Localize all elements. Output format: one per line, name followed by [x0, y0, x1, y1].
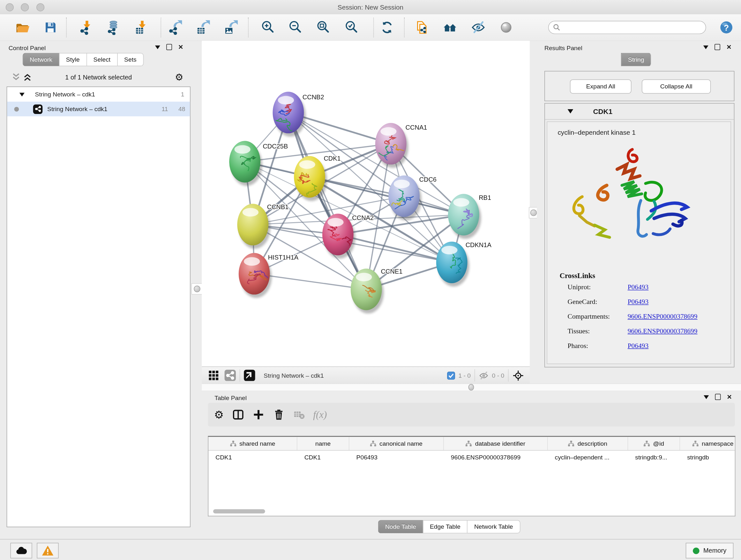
- help-icon[interactable]: ?: [718, 19, 734, 36]
- column-header-shared-name[interactable]: shared name: [208, 437, 297, 450]
- main-toolbar: ?: [0, 14, 741, 41]
- tab-string[interactable]: String: [621, 53, 651, 66]
- export-table-icon[interactable]: [195, 19, 211, 36]
- hidden-eye-slash-icon[interactable]: [479, 370, 488, 380]
- network-node-CDKN1A[interactable]: CDKN1A: [436, 242, 492, 287]
- network-node-CCNA1[interactable]: CCNA1: [374, 123, 427, 168]
- control-panel-close-icon[interactable]: ✕: [178, 44, 183, 50]
- column-header--id[interactable]: @id: [628, 437, 680, 450]
- table-panel-maximize-icon[interactable]: [715, 394, 721, 400]
- save-session-icon[interactable]: [43, 19, 58, 36]
- cloud-status-button[interactable]: [10, 543, 32, 558]
- warning-status-button[interactable]: [37, 543, 59, 558]
- crosslink-link[interactable]: P06493: [628, 283, 649, 291]
- tab-network-table[interactable]: Network Table: [467, 520, 520, 533]
- update-network-icon[interactable]: [379, 19, 395, 36]
- network-node-CCNE1[interactable]: CCNE1: [351, 268, 403, 313]
- show-all-icon[interactable]: [498, 19, 514, 36]
- zoom-out-icon[interactable]: [287, 19, 303, 36]
- network-view-toolbar: String Network – cdk1 1 - 0 0 - 0: [202, 367, 530, 384]
- results-panel-close-icon[interactable]: ✕: [726, 44, 731, 50]
- zoom-selected-icon[interactable]: [344, 19, 360, 36]
- zoom-in-icon[interactable]: [260, 19, 276, 36]
- search-field[interactable]: [548, 21, 706, 34]
- control-panel-maximize-icon[interactable]: [166, 44, 172, 50]
- show-column-icon[interactable]: [232, 408, 245, 421]
- table-header-row: shared namenamecanonical namedatabase id…: [208, 437, 735, 450]
- tab-network[interactable]: Network: [23, 53, 59, 66]
- network-edge[interactable]: [310, 177, 464, 214]
- table-panel-float-icon[interactable]: [704, 395, 709, 399]
- gene-details: cyclin–dependent kinase 1: [547, 122, 731, 364]
- tab-edge-table[interactable]: Edge Table: [423, 520, 467, 533]
- fit-selection-crosshair-icon[interactable]: [512, 369, 524, 381]
- crosslink-link[interactable]: 9606.ENSP00000378699: [628, 313, 697, 320]
- crosslink-link[interactable]: P06493: [628, 298, 649, 306]
- node-label: CCNB2: [302, 94, 324, 101]
- open-in-browser-icon[interactable]: [414, 19, 430, 36]
- network-edge-count: 48: [179, 105, 185, 112]
- table-panel-splitter-handle[interactable]: [467, 384, 475, 390]
- control-panel-splitter-handle[interactable]: [192, 283, 203, 295]
- network-row-selected[interactable]: String Network – cdk1 11 48: [7, 102, 190, 116]
- hide-selected-icon[interactable]: [470, 19, 486, 36]
- network-canvas[interactable]: CCNB2 CCNA1 CDC25B CDK1 CDC6 RB1 CCNB1: [202, 41, 530, 366]
- tab-style[interactable]: Style: [59, 53, 86, 66]
- window-title: Session: New Session: [0, 0, 741, 14]
- search-input[interactable]: [560, 23, 695, 31]
- gene-collapse-icon[interactable]: [568, 109, 574, 113]
- open-session-icon[interactable]: [14, 19, 30, 36]
- node-table[interactable]: shared namenamecanonical namedatabase id…: [208, 436, 736, 516]
- column-header-name[interactable]: name: [297, 437, 349, 450]
- collection-expand-icon[interactable]: [19, 92, 24, 97]
- network-options-gear-icon[interactable]: ⚙: [175, 71, 184, 83]
- cytoscape-window: Session: New Session: [0, 0, 741, 560]
- selected-counts: 1 - 0: [458, 372, 471, 379]
- memory-button[interactable]: Memory: [686, 543, 733, 558]
- column-header-description[interactable]: description: [548, 437, 628, 450]
- table-horizontal-scrollbar[interactable]: [213, 509, 265, 513]
- network-collection-row[interactable]: String Network – cdk1 1: [7, 87, 190, 102]
- results-panel-title: Results Panel: [544, 44, 583, 52]
- collapse-all-button[interactable]: Collapse All: [642, 79, 711, 94]
- results-panel-maximize-icon[interactable]: [715, 44, 720, 50]
- network-edge[interactable]: [288, 112, 366, 289]
- network-overview-icon[interactable]: [442, 19, 458, 36]
- crosslink-link[interactable]: 9606.ENSP00000378699: [628, 327, 697, 335]
- network-node-CDK1[interactable]: CDK1: [294, 155, 341, 202]
- column-header-database-identifier[interactable]: database identifier: [444, 437, 548, 450]
- crosslink-link[interactable]: P06493: [628, 342, 649, 350]
- grid-view-icon[interactable]: [208, 370, 219, 381]
- network-list: String Network – cdk1 1 String Network –…: [7, 86, 191, 527]
- column-header-canonical-name[interactable]: canonical name: [349, 437, 444, 450]
- control-panel-float-icon[interactable]: [155, 45, 160, 49]
- network-node-HIST1H1A[interactable]: HIST1H1A: [239, 253, 299, 298]
- tab-sets[interactable]: Sets: [117, 53, 144, 66]
- network-node-CCNA2[interactable]: CCNA2: [322, 213, 374, 259]
- create-column-icon[interactable]: [252, 408, 265, 421]
- network-node-RB1[interactable]: RB1: [448, 194, 491, 239]
- import-network-file-icon[interactable]: [78, 19, 94, 36]
- selected-checkbox-icon[interactable]: [447, 371, 455, 379]
- table-panel-close-icon[interactable]: ✕: [727, 394, 732, 399]
- network-node-CCNB2[interactable]: CCNB2: [273, 91, 324, 137]
- tab-node-table[interactable]: Node Table: [378, 520, 423, 533]
- birds-eye-view-icon[interactable]: [244, 370, 255, 381]
- gene-section-header[interactable]: CDK1: [545, 104, 734, 119]
- results-panel-float-icon[interactable]: [703, 45, 709, 49]
- network-thumbnail-icon[interactable]: [224, 370, 236, 381]
- export-network-icon[interactable]: [167, 19, 183, 36]
- import-network-database-icon[interactable]: [105, 19, 121, 36]
- network-node-CDC6[interactable]: CDC6: [386, 175, 436, 220]
- table-options-gear-icon[interactable]: ⚙: [214, 408, 224, 421]
- zoom-fit-icon[interactable]: [315, 19, 331, 36]
- table-row[interactable]: CDK1CDK1P064939606.ENSP00000378699cyclin…: [208, 450, 735, 463]
- tab-select[interactable]: Select: [86, 53, 117, 66]
- import-table-file-icon[interactable]: [134, 19, 150, 36]
- export-image-icon[interactable]: [223, 19, 239, 36]
- table-cell: CDK1: [208, 450, 297, 463]
- expand-all-button[interactable]: Expand All: [570, 79, 631, 94]
- network-node-CDC25B[interactable]: CDC25B: [229, 141, 288, 186]
- delete-column-icon[interactable]: [273, 408, 285, 421]
- column-header-namespace[interactable]: namespace: [680, 437, 735, 450]
